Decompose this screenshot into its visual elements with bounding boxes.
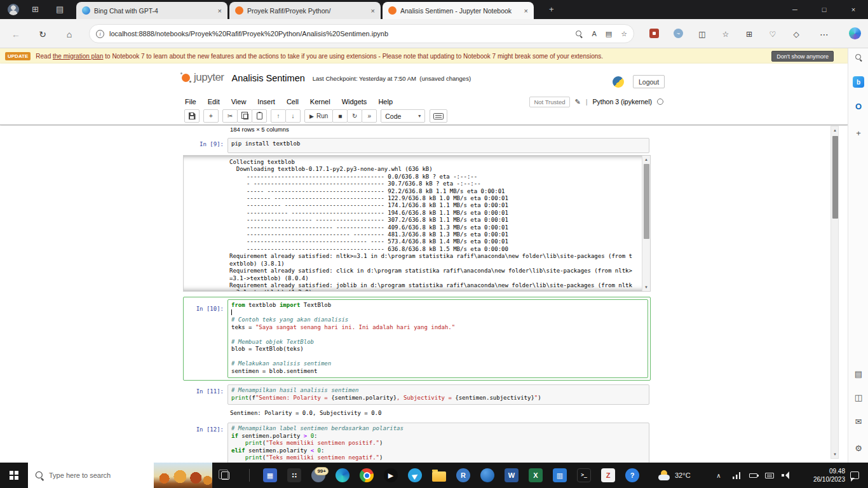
new-tab-button[interactable]: + (549, 4, 554, 15)
menu-widgets[interactable]: Widgets (336, 95, 373, 108)
pinned-grid-app[interactable]: ▦ (258, 463, 282, 488)
command-palette-button[interactable] (430, 109, 447, 123)
cut-cell-button[interactable]: ✂ (222, 109, 238, 123)
zoom-icon[interactable] (575, 30, 583, 37)
media-player-app[interactable]: ▶ (379, 463, 403, 488)
battery-icon[interactable] (745, 463, 761, 488)
extension-red-icon[interactable] (649, 29, 659, 38)
google-chrome[interactable] (355, 463, 379, 488)
tab-actions-icon[interactable]: ▤ (56, 4, 64, 15)
globe-app[interactable] (475, 463, 499, 488)
menu-file[interactable]: File (179, 95, 202, 108)
output-scrollbar[interactable]: ▲ ▼ (642, 156, 650, 291)
code-cell-input-selected[interactable]: from textblob import TextBlob​# Contoh t… (227, 299, 648, 378)
browser-tab[interactable]: Bing Chat with GPT-4× (76, 2, 227, 19)
tab-close-icon[interactable]: × (522, 7, 530, 15)
code-editor[interactable]: pip install textblob (228, 139, 649, 150)
kernel-name[interactable]: Python 3 (ipykernel) (593, 98, 652, 105)
move-cell-up-button[interactable]: ↑ (271, 109, 286, 123)
output-scroll-thumb[interactable] (644, 164, 649, 239)
page-scrollbar[interactable]: ▲ ▼ (831, 126, 839, 459)
sidebar-settings-icon[interactable]: ⚙ (848, 444, 868, 453)
sidebar-bing-chat-icon[interactable]: b (848, 76, 868, 88)
touch-keyboard-icon[interactable] (761, 463, 778, 488)
page-scroll-thumb[interactable] (832, 136, 838, 219)
back-button[interactable]: ← (9, 27, 23, 41)
page-scroll-down-icon[interactable]: ▼ (831, 452, 839, 456)
collections-icon[interactable]: ⊞ (742, 27, 756, 41)
migration-plan-link[interactable]: the migration plan (53, 53, 104, 60)
rstudio-app[interactable]: R (451, 463, 475, 488)
notebook-title[interactable]: Analisis Sentimen (232, 73, 305, 84)
copy-cell-button[interactable] (237, 109, 252, 123)
task-view-button[interactable] (221, 463, 229, 488)
stats-app[interactable]: ▥ (548, 463, 572, 488)
copilot-icon[interactable] (849, 27, 861, 39)
restart-run-all-button[interactable]: » (362, 109, 377, 123)
immersive-reader-icon[interactable]: ▤ (606, 30, 612, 38)
save-button[interactable] (184, 109, 200, 123)
favorites-icon[interactable]: ☆ (719, 27, 733, 41)
file-explorer[interactable] (427, 463, 451, 488)
sidebar-layout-icon[interactable]: ◫ (848, 393, 868, 402)
extension-dove-icon[interactable]: ~ (674, 29, 683, 38)
interrupt-kernel-button[interactable]: ■ (332, 109, 348, 123)
menu-view[interactable]: View (226, 95, 252, 108)
search-highlight-image[interactable] (154, 463, 212, 488)
address-bar[interactable]: i localhost:8888/notebooks/Proyek%20Rafi… (89, 24, 634, 43)
sidebar-feedback-icon[interactable]: ✉ (848, 417, 868, 426)
menu-help[interactable]: Help (372, 95, 398, 108)
sidebar-add-icon[interactable]: + (848, 128, 868, 138)
extensions-icon[interactable]: ◇ (789, 27, 803, 41)
menu-cell[interactable]: Cell (281, 95, 304, 108)
help-app[interactable]: ? (620, 463, 644, 488)
dice-app[interactable]: ∷ (282, 463, 306, 488)
code-editor[interactable]: # Menampilkan hasil analisis sentimenpri… (228, 385, 649, 403)
scroll-up-icon[interactable]: ▲ (642, 158, 650, 161)
restart-kernel-button[interactable]: ↻ (347, 109, 362, 123)
close-button[interactable]: × (839, 0, 868, 19)
dismiss-button[interactable]: Don't show anymore (771, 51, 834, 62)
word-app[interactable]: W (499, 463, 524, 488)
start-button[interactable] (0, 463, 28, 488)
jupyter-logo[interactable]: jupyter (180, 71, 224, 84)
tray-chevron-icon[interactable]: ∧ (710, 463, 727, 488)
not-trusted-button[interactable]: Not Trusted (529, 97, 569, 107)
excel-app[interactable]: X (524, 463, 548, 488)
maximize-button[interactable]: □ (810, 0, 839, 19)
sidebar-pages-icon[interactable]: ▤ (848, 369, 868, 379)
sidebar-outlook-icon[interactable]: O (848, 102, 868, 111)
logout-button[interactable]: Logout (633, 75, 665, 88)
cell-type-dropdown[interactable]: Code ▾ (381, 109, 425, 123)
terminal-app[interactable]: >_ (572, 463, 596, 488)
read-aloud-icon[interactable]: A (592, 30, 596, 37)
profile-avatar[interactable] (8, 4, 19, 15)
code-cell-input[interactable]: # Menampilkan label sentimen berdasarkan… (227, 423, 649, 463)
code-editor[interactable]: from textblob import TextBlob​# Contoh t… (228, 300, 648, 377)
sidebar-search-icon[interactable] (848, 53, 868, 61)
weather-widget[interactable]: 32°C (658, 463, 691, 488)
browser-tab[interactable]: Analisis Sentimen - Jupyter Notebook× (383, 2, 534, 19)
home-button[interactable]: ⌂ (62, 27, 76, 41)
refresh-button[interactable]: ↻ (36, 27, 50, 41)
menu-edit[interactable]: Edit (202, 95, 226, 108)
page-scroll-up-icon[interactable]: ▲ (831, 128, 839, 132)
browser-essentials-icon[interactable]: ♡ (766, 27, 780, 41)
run-button[interactable]: ▶ Run (304, 109, 333, 123)
split-screen-icon[interactable]: ◫ (695, 27, 709, 41)
browser-tab[interactable]: Proyek Rafif/Proyek Python/× (229, 2, 381, 19)
minimize-button[interactable]: ─ (780, 0, 810, 19)
code-cell-input[interactable]: # Menampilkan hasil analisis sentimenpri… (227, 384, 649, 405)
menu-insert[interactable]: Insert (252, 95, 281, 108)
zotero-app[interactable]: Z (596, 463, 620, 488)
site-info-icon[interactable]: i (96, 30, 104, 38)
scroll-down-icon[interactable]: ▼ (642, 285, 650, 289)
url-text[interactable]: localhost:8888/notebooks/Proyek%20Rafif/… (109, 30, 388, 37)
tab-close-icon[interactable]: × (216, 7, 224, 15)
code-cell-input[interactable]: pip install textblob (227, 138, 649, 153)
add-cell-button[interactable]: + (203, 109, 219, 123)
microsoft-edge[interactable] (330, 463, 355, 488)
menu-kernel[interactable]: Kernel (304, 95, 336, 108)
network-icon[interactable] (728, 463, 745, 488)
code-editor[interactable]: # Menampilkan label sentimen berdasarkan… (228, 423, 649, 463)
